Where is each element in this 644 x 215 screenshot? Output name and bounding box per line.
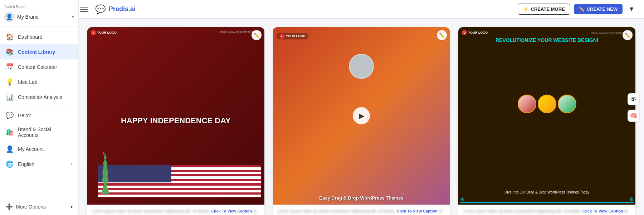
teal-decoration: ❋ ❋	[460, 196, 634, 203]
brain-icon: 🧠	[630, 112, 638, 120]
card-caption-1: Lorem ipsum dolor sit amet consectetur a…	[92, 208, 259, 215]
more-options-label: More Options	[16, 204, 46, 210]
nav-divider	[0, 106, 78, 106]
click-to-view-caption-2[interactable]: Click To View Caption	[397, 209, 438, 213]
brand-selector[interactable]: 👤 My Brand ▾	[4, 10, 74, 23]
usa-flag-map	[98, 165, 261, 197]
create-more-label: CREATE MORE	[531, 6, 565, 12]
content-area: ● YOUR LOGO https://www.elegantthemes.co…	[79, 19, 644, 215]
revolutionize-subtitle: Dive Into Our Drag & Drop WordPress Them…	[458, 190, 635, 195]
app-logo: 💬 Predis.ai	[89, 4, 141, 14]
main-content: 💬 Predis.ai ⚡ CREATE MORE ✏️ CREATE NEW …	[79, 0, 644, 215]
card-image-wrap-1: ● YOUR LOGO https://www.elegantthemes.co…	[87, 27, 264, 205]
rev-logo-circle: ●	[462, 30, 467, 35]
card-body-1: Lorem ipsum dolor sit amet consectetur a…	[87, 205, 264, 215]
right-icon-brain[interactable]: 🧠	[628, 110, 640, 122]
sidebar-item-label: Content Calendar	[18, 64, 57, 70]
filter-icon: ▼	[628, 5, 635, 13]
logo-icon: 💬	[95, 4, 106, 14]
card-edit-button-3[interactable]: ✏️	[623, 30, 633, 40]
plus-icon: ➕	[6, 203, 13, 210]
sidebar-item-dashboard[interactable]: 🏠 Dashboard	[0, 29, 78, 44]
topbar-actions: ⚡ CREATE MORE ✏️ CREATE NEW ▼	[518, 3, 637, 15]
sidebar-item-idea-lab[interactable]: 💡 Idea Lab	[0, 75, 78, 90]
card-caption-3: Lorem ipsum dolor sit amet consectetur a…	[463, 208, 630, 215]
sidebar-item-brand-social[interactable]: 🛍️ Brand & Social Accounts	[0, 123, 78, 142]
teal-corner-right: ❋	[629, 196, 634, 202]
sidebar-item-content-calendar[interactable]: 📅 Content Calendar	[0, 59, 78, 75]
photo-circle-3	[558, 95, 576, 113]
sidebar-item-english[interactable]: 🌐 English ▾	[0, 157, 78, 172]
logo-text-2: YOUR LOGO	[286, 34, 306, 38]
idea-lab-icon: 💡	[6, 78, 14, 86]
card-edit-button-1[interactable]: ✏️	[252, 30, 262, 40]
sidebar-item-label: Help?	[18, 113, 31, 118]
card-revolutionize: ● YOUR LOGO https://www.elegantthemes.co…	[458, 27, 635, 215]
sidebar-header: Switch Brand 👤 My Brand ▾	[0, 0, 78, 27]
right-icon-eye[interactable]: 👁	[628, 93, 640, 105]
sidebar-item-content-library[interactable]: 📚 Content Library	[0, 44, 78, 59]
logo-text-1: YOUR LOGO	[97, 31, 117, 34]
content-library-icon: 📚	[6, 48, 14, 56]
language-icon: 🌐	[6, 160, 14, 168]
sidebar-item-help[interactable]: 💬 Help?	[0, 108, 78, 123]
more-options-chevron-icon: ▾	[70, 204, 73, 209]
sidebar-item-label: Competitor Analysis	[18, 94, 62, 100]
card-logo-bar-2: ● YOUR LOGO » »	[273, 30, 450, 42]
logo-badge-2: ● YOUR LOGO	[277, 33, 308, 39]
hamburger-line	[80, 9, 88, 10]
sidebar-item-label: English	[18, 161, 34, 167]
more-options-button[interactable]: ➕ More Options ▾	[0, 200, 78, 214]
content-calendar-icon: 📅	[6, 63, 14, 71]
sidebar-item-label: Idea Lab	[18, 79, 38, 85]
play-button[interactable]: ▶	[353, 107, 370, 124]
switch-brand-label: Switch Brand	[4, 5, 74, 9]
card-independence-day: ● YOUR LOGO https://www.elegantthemes.co…	[87, 27, 264, 215]
sidebar-nav: 🏠 Dashboard 📚 Content Library 📅 Content …	[0, 27, 78, 197]
photo-circle-1	[518, 95, 536, 113]
hamburger-line	[80, 11, 88, 12]
card-image-wrap-2: ● YOUR LOGO » » ▶ Easy Drag & Drop WordP…	[273, 27, 450, 205]
card-caption-2: Lorem ipsum dolor sit amet consectetur a…	[278, 208, 445, 215]
caption-blur-2: Lorem ipsum dolor sit amet consectetur a…	[278, 209, 396, 213]
competitor-analysis-icon: 📊	[6, 93, 14, 101]
photo-circle-2	[538, 95, 556, 113]
sidebar-item-label: Content Library	[18, 49, 55, 55]
app-logo-text: Predis.ai	[109, 5, 136, 13]
rev-logo: ● YOUR LOGO	[462, 30, 488, 35]
brand-chevron-icon: ▾	[72, 14, 74, 19]
create-new-button[interactable]: ✏️ CREATE NEW	[574, 4, 623, 14]
click-to-view-caption-1[interactable]: Click To View Caption	[211, 209, 252, 213]
filter-button[interactable]: ▼	[626, 3, 637, 15]
hamburger-menu[interactable]	[79, 5, 89, 13]
lightning-icon: ⚡	[523, 6, 529, 12]
card-body-3: Lorem ipsum dolor sit amet consectetur a…	[458, 205, 635, 215]
revolutionize-title: REVOLUTIONIZE YOUR WEBSITE DESIGN!	[458, 37, 635, 43]
caption-blur-1: Lorem ipsum dolor sit amet consectetur a…	[92, 209, 210, 213]
wp-card-text: Easy Drag & Drop WordPress Themes	[273, 195, 450, 201]
create-more-button[interactable]: ⚡ CREATE MORE	[518, 4, 570, 15]
sidebar-item-my-account[interactable]: 👤 My Account	[0, 142, 78, 157]
click-to-view-caption-3[interactable]: Click To View Caption	[582, 209, 623, 213]
caption-blur-3: Lorem ipsum dolor sit amet consectetur a…	[463, 209, 581, 213]
sidebar-footer: ➕ More Options ▾	[0, 197, 78, 215]
my-account-icon: 👤	[6, 145, 14, 153]
sidebar-item-competitor-analysis[interactable]: 📊 Competitor Analysis	[0, 90, 78, 105]
eye-icon: 👁	[630, 96, 637, 103]
independence-day-text: HAPPY INDEPENDENCE DAY	[121, 116, 231, 125]
help-icon: 💬	[6, 111, 14, 119]
brand-name: My Brand	[17, 14, 69, 20]
brand-avatar: 👤	[4, 12, 14, 22]
sidebar: Switch Brand 👤 My Brand ▾ 🏠 Dashboard 📚 …	[0, 0, 79, 215]
sidebar-item-label: Brand & Social Accounts	[18, 126, 73, 138]
right-icons: 👁 🧠	[628, 93, 640, 122]
teal-corner-left: ❋	[460, 196, 464, 202]
card-image-3: ● YOUR LOGO https://www.elegantthemes.co…	[458, 27, 635, 205]
create-new-label: CREATE NEW	[587, 6, 618, 12]
card-body-2: Lorem ipsum dolor sit amet consectetur a…	[273, 205, 450, 215]
rev-logo-text: YOUR LOGO	[468, 31, 488, 34]
person-silhouette	[349, 54, 374, 79]
pencil-icon: ✏️	[579, 6, 585, 12]
sidebar-item-label: Dashboard	[18, 34, 43, 40]
sidebar-item-label: My Account	[18, 146, 44, 152]
